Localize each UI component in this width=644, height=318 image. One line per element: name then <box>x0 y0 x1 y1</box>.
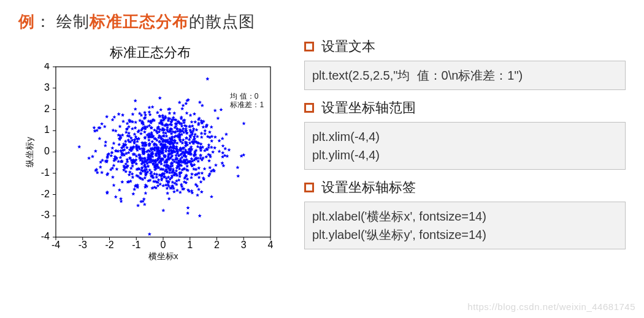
svg-marker-337 <box>218 150 221 153</box>
svg-marker-908 <box>221 137 224 140</box>
slide: 例： 绘制标准正态分布的散点图 标准正态分布 -4-3-2-101234-4-3… <box>0 0 644 318</box>
svg-text:3: 3 <box>241 240 247 250</box>
svg-marker-686 <box>105 115 109 118</box>
svg-text:-3: -3 <box>79 240 87 250</box>
svg-marker-773 <box>147 110 151 114</box>
svg-text:-4: -4 <box>52 240 60 250</box>
svg-marker-712 <box>216 116 220 120</box>
svg-marker-875 <box>175 189 179 192</box>
svg-marker-205 <box>125 131 128 134</box>
svg-text:0: 0 <box>161 240 166 250</box>
svg-marker-94 <box>126 121 129 125</box>
svg-marker-275 <box>144 191 147 195</box>
svg-text:2: 2 <box>44 104 50 114</box>
svg-marker-583 <box>172 190 176 194</box>
section-set-label: 设置坐标轴标签 plt.xlabel('横坐标x', fontsize=14) … <box>304 178 626 249</box>
svg-marker-47 <box>124 140 128 143</box>
svg-marker-888 <box>161 184 165 187</box>
svg-text:均  值：0: 均 值：0 <box>229 92 258 100</box>
svg-marker-297 <box>198 100 202 104</box>
svg-marker-562 <box>117 112 121 116</box>
slide-title: 例： 绘制标准正态分布的散点图 <box>18 11 626 32</box>
svg-marker-469 <box>167 112 171 115</box>
svg-text:0: 0 <box>44 146 50 156</box>
svg-marker-476 <box>136 203 140 207</box>
svg-marker-64 <box>112 142 116 145</box>
svg-marker-135 <box>210 145 213 149</box>
svg-marker-219 <box>199 180 203 184</box>
svg-marker-248 <box>200 132 204 135</box>
svg-marker-661 <box>167 197 171 200</box>
svg-marker-654 <box>200 171 204 175</box>
section-set-text: 设置文本 plt.text(2.5,2.5,"均 值：0\n标准差：1") <box>304 37 626 90</box>
svg-marker-270 <box>178 100 182 104</box>
svg-marker-931 <box>197 175 201 179</box>
svg-marker-921 <box>110 151 113 154</box>
title-colon: ： <box>35 12 52 31</box>
svg-marker-335 <box>156 111 159 115</box>
svg-marker-283 <box>114 129 118 133</box>
svg-marker-371 <box>131 192 135 195</box>
bullet-icon <box>304 183 314 192</box>
svg-marker-826 <box>221 164 225 167</box>
chart-container: 标准正态分布 -4-3-2-101234-4-3-2-101234横坐标x纵坐标… <box>18 37 282 265</box>
svg-marker-262 <box>172 112 176 115</box>
svg-text:4: 4 <box>44 63 50 71</box>
svg-marker-116 <box>200 135 204 139</box>
svg-marker-130 <box>199 142 203 146</box>
section-set-lim: 设置坐标轴范围 plt.xlim(-4,4) plt.ylim(-4,4) <box>304 99 626 170</box>
svg-marker-1012 <box>91 154 94 158</box>
svg-marker-706 <box>227 148 231 151</box>
svg-marker-731 <box>143 130 147 134</box>
code-box: plt.xlabel('横坐标x', fontsize=14) plt.ylab… <box>304 202 626 249</box>
svg-text:-3: -3 <box>41 210 50 220</box>
svg-marker-412 <box>193 120 197 124</box>
svg-marker-402 <box>118 188 121 192</box>
svg-marker-918 <box>121 133 125 137</box>
svg-marker-841 <box>221 151 224 154</box>
svg-marker-710 <box>189 113 193 117</box>
svg-marker-1018 <box>77 145 81 148</box>
svg-marker-421 <box>186 211 190 215</box>
svg-marker-287 <box>103 124 107 128</box>
svg-marker-534 <box>134 120 137 124</box>
svg-text:横坐标x: 横坐标x <box>148 251 178 261</box>
svg-marker-903 <box>185 111 189 115</box>
svg-marker-727 <box>147 138 151 142</box>
svg-text:-1: -1 <box>132 240 140 250</box>
svg-marker-481 <box>219 108 223 112</box>
svg-marker-607 <box>197 187 201 191</box>
watermark: https://blog.csdn.net/weixin_44681745 <box>467 301 635 312</box>
svg-marker-810 <box>134 99 137 102</box>
svg-marker-309 <box>203 129 207 132</box>
svg-marker-829 <box>213 135 217 139</box>
svg-marker-482 <box>210 195 213 199</box>
bullet-icon <box>304 103 314 113</box>
svg-marker-89 <box>127 151 131 154</box>
svg-text:1: 1 <box>44 124 50 135</box>
svg-marker-782 <box>114 195 118 199</box>
chart-title: 标准正态分布 <box>18 44 282 62</box>
scatter-chart: -4-3-2-101234-4-3-2-101234横坐标x纵坐标y均 值：0标… <box>21 63 279 265</box>
svg-marker-299 <box>190 172 194 176</box>
svg-marker-156 <box>132 187 136 191</box>
svg-marker-499 <box>151 105 155 108</box>
svg-marker-478 <box>201 104 204 107</box>
svg-marker-374 <box>121 113 125 117</box>
svg-marker-186 <box>104 144 107 148</box>
bullet-icon <box>304 42 314 51</box>
svg-marker-113 <box>197 166 201 170</box>
svg-marker-628 <box>203 167 207 170</box>
svg-marker-595 <box>214 163 218 167</box>
section-head-label: 设置坐标轴标签 <box>321 178 416 197</box>
svg-marker-884 <box>186 206 190 210</box>
svg-marker-703 <box>110 146 114 150</box>
svg-marker-388 <box>224 132 228 136</box>
svg-marker-93 <box>150 140 154 143</box>
svg-marker-510 <box>143 111 147 115</box>
section-head-label: 设置坐标轴范围 <box>321 99 416 117</box>
right-column: 设置文本 plt.text(2.5,2.5,"均 值：0\n标准差：1") 设置… <box>304 37 626 258</box>
svg-marker-290 <box>210 125 213 129</box>
svg-marker-485 <box>208 130 212 134</box>
svg-marker-256 <box>207 159 211 162</box>
